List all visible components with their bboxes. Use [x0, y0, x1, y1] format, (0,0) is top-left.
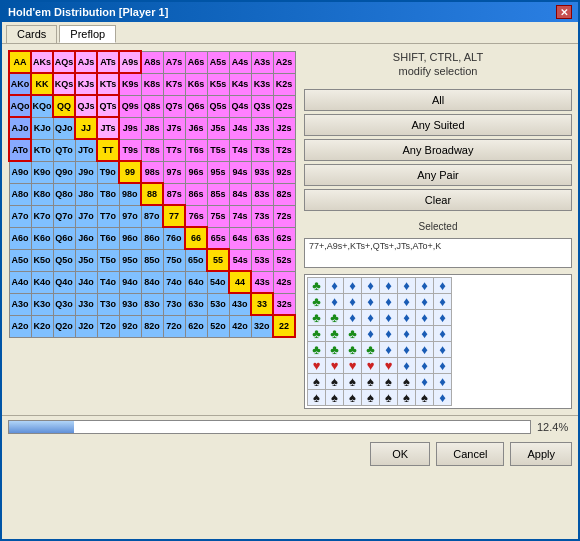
- hand-cell[interactable]: QQ: [53, 95, 75, 117]
- hand-cell[interactable]: TT: [97, 139, 119, 161]
- hand-cell[interactable]: A7o: [9, 205, 31, 227]
- suit-cell[interactable]: ♣: [308, 293, 326, 309]
- hand-cell[interactable]: K6s: [185, 73, 207, 95]
- suit-cell[interactable]: ♥: [344, 357, 362, 373]
- hand-cell[interactable]: QJs: [75, 95, 97, 117]
- hand-cell[interactable]: T8s: [141, 139, 163, 161]
- suit-cell[interactable]: ♣: [344, 341, 362, 357]
- hand-cell[interactable]: 53s: [251, 249, 273, 271]
- suit-cell[interactable]: ♦: [416, 373, 434, 389]
- hand-cell[interactable]: 64o: [185, 271, 207, 293]
- ok-button[interactable]: OK: [370, 442, 430, 466]
- hand-cell[interactable]: AKo: [9, 73, 31, 95]
- suit-cell[interactable]: ♦: [380, 293, 398, 309]
- hand-cell[interactable]: A6s: [185, 51, 207, 73]
- hand-cell[interactable]: AQo: [9, 95, 31, 117]
- hand-cell[interactable]: A5o: [9, 249, 31, 271]
- hand-cell[interactable]: Q2o: [53, 315, 75, 337]
- hand-cell[interactable]: J7s: [163, 117, 185, 139]
- suit-cell[interactable]: ♠: [380, 389, 398, 405]
- hand-cell[interactable]: 87o: [141, 205, 163, 227]
- hand-cell[interactable]: J7o: [75, 205, 97, 227]
- suit-cell[interactable]: ♦: [434, 389, 452, 405]
- suit-cell[interactable]: ♦: [416, 357, 434, 373]
- hand-cell[interactable]: Q5s: [207, 95, 229, 117]
- hand-cell[interactable]: K8s: [141, 73, 163, 95]
- hand-cell[interactable]: Q3o: [53, 293, 75, 315]
- hand-cell[interactable]: 84s: [229, 183, 251, 205]
- hand-cell[interactable]: ATs: [97, 51, 119, 73]
- hand-cell[interactable]: Q3s: [251, 95, 273, 117]
- hand-cell[interactable]: J9s: [119, 117, 141, 139]
- cancel-button[interactable]: Cancel: [436, 442, 504, 466]
- hand-cell[interactable]: J6o: [75, 227, 97, 249]
- hand-cell[interactable]: 32s: [273, 293, 295, 315]
- hand-cell[interactable]: K4o: [31, 271, 53, 293]
- hand-cell[interactable]: 98o: [119, 183, 141, 205]
- hand-cell[interactable]: 94s: [229, 161, 251, 183]
- suit-cell[interactable]: ♦: [398, 341, 416, 357]
- hand-cell[interactable]: T9s: [119, 139, 141, 161]
- suit-cell[interactable]: ♦: [344, 293, 362, 309]
- hand-cell[interactable]: 65o: [185, 249, 207, 271]
- hand-cell[interactable]: 85o: [141, 249, 163, 271]
- hand-cell[interactable]: 86o: [141, 227, 163, 249]
- hand-cell[interactable]: 33: [251, 293, 273, 315]
- suit-cell[interactable]: ♠: [326, 389, 344, 405]
- hand-cell[interactable]: 53o: [207, 293, 229, 315]
- hand-cell[interactable]: 92o: [119, 315, 141, 337]
- suit-cell[interactable]: ♦: [416, 293, 434, 309]
- hand-cell[interactable]: 88: [141, 183, 163, 205]
- hand-cell[interactable]: Q2s: [273, 95, 295, 117]
- suit-cell[interactable]: ♦: [398, 277, 416, 293]
- hand-cell[interactable]: 75s: [207, 205, 229, 227]
- hand-cell[interactable]: 98s: [141, 161, 163, 183]
- hand-cell[interactable]: 77: [163, 205, 185, 227]
- hand-cell[interactable]: 52o: [207, 315, 229, 337]
- hand-cell[interactable]: 83s: [251, 183, 273, 205]
- suit-cell[interactable]: ♣: [308, 309, 326, 325]
- tab-cards[interactable]: Cards: [6, 25, 57, 43]
- hand-cell[interactable]: KQs: [53, 73, 75, 95]
- hand-cell[interactable]: 82s: [273, 183, 295, 205]
- hand-cell[interactable]: 72o: [163, 315, 185, 337]
- any-suited-button[interactable]: Any Suited: [304, 114, 572, 136]
- suit-cell[interactable]: ♥: [362, 357, 380, 373]
- all-button[interactable]: All: [304, 89, 572, 111]
- suit-cell[interactable]: ♣: [326, 309, 344, 325]
- hand-cell[interactable]: T7s: [163, 139, 185, 161]
- hand-cell[interactable]: A8o: [9, 183, 31, 205]
- hand-cell[interactable]: 43s: [251, 271, 273, 293]
- hand-cell[interactable]: T5o: [97, 249, 119, 271]
- hand-cell[interactable]: J5o: [75, 249, 97, 271]
- hand-cell[interactable]: T6o: [97, 227, 119, 249]
- suit-cell[interactable]: ♣: [362, 341, 380, 357]
- hand-cell[interactable]: K4s: [229, 73, 251, 95]
- suit-cell[interactable]: ♥: [308, 357, 326, 373]
- close-button[interactable]: ✕: [556, 5, 572, 19]
- hand-cell[interactable]: JJ: [75, 117, 97, 139]
- suit-cell[interactable]: ♠: [398, 373, 416, 389]
- suit-cell[interactable]: ♦: [416, 309, 434, 325]
- hand-cell[interactable]: Q6s: [185, 95, 207, 117]
- hand-cell[interactable]: J4o: [75, 271, 97, 293]
- hand-cell[interactable]: A9s: [119, 51, 141, 73]
- suit-cell[interactable]: ♣: [308, 277, 326, 293]
- hand-cell[interactable]: 99: [119, 161, 141, 183]
- hand-cell[interactable]: 93s: [251, 161, 273, 183]
- hand-cell[interactable]: 97s: [163, 161, 185, 183]
- hand-cell[interactable]: J5s: [207, 117, 229, 139]
- suit-grid[interactable]: ♣♦♦♦♦♦♦♦♣♦♦♦♦♦♦♦♣♣♦♦♦♦♦♦♣♣♣♦♦♦♦♦♣♣♣♣♦♦♦♦…: [307, 277, 452, 406]
- hand-cell[interactable]: AKs: [31, 51, 53, 73]
- hand-cell[interactable]: 22: [273, 315, 295, 337]
- hand-cell[interactable]: A2s: [273, 51, 295, 73]
- hand-cell[interactable]: 62o: [185, 315, 207, 337]
- suit-cell[interactable]: ♦: [398, 357, 416, 373]
- hand-cell[interactable]: AJo: [9, 117, 31, 139]
- hand-cell[interactable]: 55: [207, 249, 229, 271]
- hand-cell[interactable]: 76o: [163, 227, 185, 249]
- hand-cell[interactable]: 92s: [273, 161, 295, 183]
- hand-cell[interactable]: J3o: [75, 293, 97, 315]
- hand-cell[interactable]: A2o: [9, 315, 31, 337]
- suit-cell[interactable]: ♦: [362, 277, 380, 293]
